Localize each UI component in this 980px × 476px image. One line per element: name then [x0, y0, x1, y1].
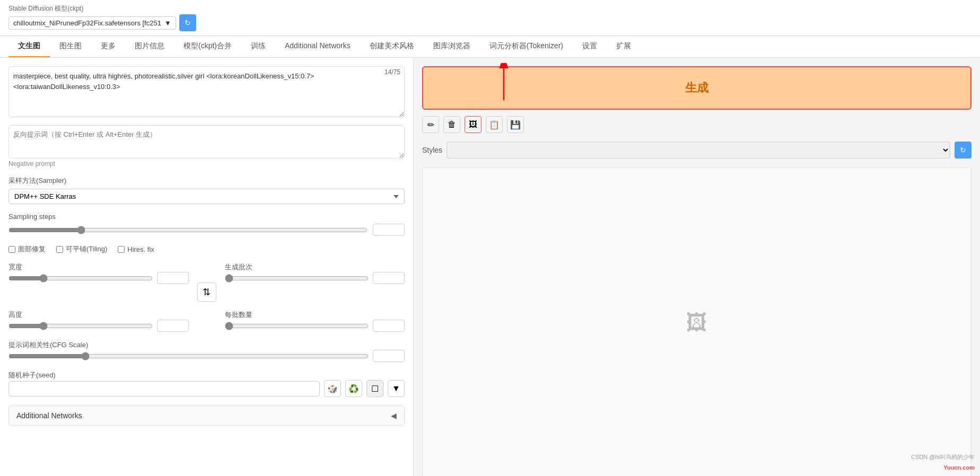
red-arrow-annotation	[488, 63, 520, 105]
face-restore-checkbox[interactable]: 面部修复	[8, 244, 46, 254]
batch-count-section: 生成批次 1	[225, 262, 405, 302]
save-icon: 💾	[510, 120, 521, 130]
model-name: chilloutmix_NiPrunedFp32Fix.safetensors …	[13, 19, 161, 27]
height-row: 512	[8, 320, 189, 332]
additional-networks-title: Additional Networks	[16, 411, 82, 420]
seed-checkbox[interactable]: ☐	[366, 380, 383, 397]
additional-networks-section: Additional Networks ◀	[8, 406, 405, 426]
chevron-down-icon: ▼	[392, 384, 400, 393]
main-content: masterpiece, best quality, ultra highres…	[0, 58, 980, 476]
sampling-steps-value[interactable]: 30	[373, 224, 405, 236]
tab-img2img[interactable]: 图生图	[50, 36, 91, 57]
height-value[interactable]: 512	[157, 320, 189, 332]
swap-dimensions-button[interactable]: ⇅	[197, 283, 216, 302]
collapse-icon: ◀	[391, 411, 397, 420]
width-value[interactable]: 512	[157, 272, 189, 284]
image-button[interactable]: 🖼	[465, 116, 482, 133]
seed-input[interactable]: -1	[8, 381, 320, 396]
hires-label: Hires. fix	[127, 245, 154, 253]
sampler-label: 采样方法(Sampler)	[8, 176, 405, 186]
face-restore-input[interactable]	[8, 246, 15, 253]
sampling-steps-row: 30	[8, 224, 405, 236]
icon-row: ✏ 🗑 🖼 📋 💾	[422, 116, 972, 133]
trash-button[interactable]: 🗑	[443, 116, 460, 133]
width-section: 宽度 512	[8, 262, 189, 302]
seed-section: 随机种子(seed) -1 🎲 ♻️ ☐ ▼	[8, 371, 405, 397]
width-row: 512	[8, 272, 189, 284]
tab-more[interactable]: 更多	[91, 36, 125, 57]
dice-icon: 🎲	[327, 384, 338, 394]
save-button[interactable]: 💾	[507, 116, 524, 133]
sampling-steps-slider[interactable]	[8, 226, 368, 234]
trash-icon: 🗑	[448, 120, 456, 129]
batch-count-slider[interactable]	[225, 274, 369, 283]
refresh-icon: ↻	[185, 19, 191, 27]
model-dropdown[interactable]: chilloutmix_NiPrunedFp32Fix.safetensors …	[8, 16, 176, 30]
cfg-slider[interactable]	[8, 352, 369, 360]
hires-checkbox[interactable]: Hires. fix	[118, 245, 154, 253]
tab-gallery[interactable]: 图库浏览器	[424, 36, 480, 57]
tiling-label: 可平铺(Tiling)	[66, 244, 107, 254]
checkboxes-row: 面部修复 可平铺(Tiling) Hires. fix	[8, 244, 405, 254]
batch-size-row: 1	[225, 320, 405, 332]
batch-size-slider[interactable]	[225, 322, 369, 330]
model-section: Stable Diffusion 模型(ckpt) chilloutmix_Ni…	[8, 4, 196, 31]
dice-button[interactable]: 🎲	[324, 380, 341, 397]
tab-settings[interactable]: 设置	[573, 36, 607, 57]
refresh-model-button[interactable]: ↻	[179, 14, 196, 31]
tab-extensions[interactable]: 扩展	[607, 36, 641, 57]
right-panel: 生成 ✏ 🗑 🖼 📋 💾	[414, 58, 980, 476]
negative-prompt-sublabel: Negative prompt	[8, 160, 405, 168]
tab-art-style[interactable]: 创建美术风格	[360, 36, 424, 57]
negative-prompt-area: Negative prompt	[8, 125, 405, 168]
batch-size-value[interactable]: 1	[373, 320, 405, 332]
tab-txt2img[interactable]: 文生图	[8, 36, 50, 57]
seed-row: -1 🎲 ♻️ ☐ ▼	[8, 380, 405, 397]
left-panel: masterpiece, best quality, ultra highres…	[0, 58, 414, 476]
styles-select[interactable]	[447, 142, 950, 158]
height-batchsize-row: 高度 512 每批数量 1	[8, 310, 405, 332]
tab-train[interactable]: 训练	[241, 36, 275, 57]
negative-prompt-input[interactable]	[8, 125, 405, 158]
image-placeholder-icon: 🖼	[686, 311, 707, 334]
additional-networks-header[interactable]: Additional Networks ◀	[9, 406, 404, 425]
tab-merge[interactable]: 模型(ckpt)合并	[174, 36, 241, 57]
model-select: chilloutmix_NiPrunedFp32Fix.safetensors …	[8, 14, 196, 31]
tab-additional-networks[interactable]: Additional Networks	[275, 36, 360, 57]
swap-icon: ⇅	[203, 286, 211, 298]
styles-apply-button[interactable]: ↻	[955, 142, 972, 158]
pencil-button[interactable]: ✏	[422, 116, 439, 133]
watermark-yuucn: Yuucn.com	[943, 464, 975, 471]
tab-imginfo[interactable]: 图片信息	[125, 36, 174, 57]
tab-tokenizer[interactable]: 词元分析器(Tokenizer)	[480, 36, 573, 57]
watermark-csdn: CSDN @hi叫乌鸦的少年	[911, 453, 975, 461]
top-bar: Stable Diffusion 模型(ckpt) chilloutmix_Ni…	[0, 0, 980, 36]
positive-prompt-input[interactable]: masterpiece, best quality, ultra highres…	[8, 66, 405, 117]
pencil-icon: ✏	[427, 120, 434, 130]
height-slider[interactable]	[8, 322, 153, 330]
recycle-icon: ♻️	[348, 384, 359, 394]
recycle-button[interactable]: ♻️	[345, 380, 362, 397]
cfg-row: 7	[8, 350, 405, 362]
sampler-section: 采样方法(Sampler) DPM++ SDE Karras Euler a E…	[8, 176, 405, 204]
tiling-input[interactable]	[56, 246, 63, 253]
width-slider[interactable]	[8, 274, 153, 283]
tabs-bar: 文生图 图生图 更多 图片信息 模型(ckpt)合并 训练 Additional…	[0, 36, 980, 58]
sampler-select[interactable]: DPM++ SDE Karras Euler a Euler DDIM PLMS	[8, 189, 405, 204]
clipboard-button[interactable]: 📋	[486, 116, 503, 133]
refresh-styles-icon: ↻	[960, 146, 966, 154]
image-output-area: 🖼	[422, 167, 972, 476]
spacer	[197, 320, 216, 332]
cfg-value[interactable]: 7	[373, 350, 405, 362]
cfg-section: 提示词相关性(CFG Scale) 7	[8, 340, 405, 362]
right-top: 生成 ✏ 🗑 🖼 📋 💾	[422, 66, 972, 158]
seed-expand-button[interactable]: ▼	[388, 380, 405, 397]
batch-size-label: 每批数量	[225, 310, 405, 320]
tiling-checkbox[interactable]: 可平铺(Tiling)	[56, 244, 107, 254]
hires-input[interactable]	[118, 246, 125, 253]
chevron-down-icon: ▼	[164, 19, 171, 27]
width-label: 宽度	[8, 262, 189, 272]
batch-count-label: 生成批次	[225, 262, 405, 272]
model-label: Stable Diffusion 模型(ckpt)	[8, 4, 196, 13]
batch-count-value[interactable]: 1	[373, 272, 405, 284]
